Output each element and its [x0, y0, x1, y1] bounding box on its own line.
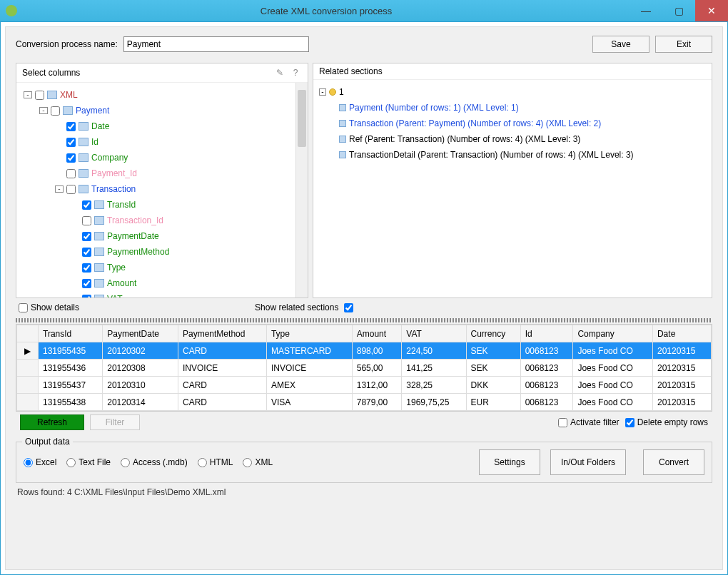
- exit-button[interactable]: Exit: [655, 36, 712, 53]
- tree-scrollbar[interactable]: [295, 83, 308, 297]
- show-related-checkbox[interactable]: [344, 303, 353, 312]
- column-tree[interactable]: -XML-PaymentDateIdCompanyPayment_Id-Tran…: [19, 87, 305, 297]
- radio-html[interactable]: HTML: [198, 457, 233, 467]
- refresh-button[interactable]: Refresh: [20, 414, 84, 430]
- activate-filter-checkbox[interactable]: [558, 418, 567, 427]
- delete-empty-checkbox[interactable]: [625, 418, 635, 427]
- tree-node[interactable]: Transaction_Id: [19, 213, 305, 228]
- tree-node-checkbox[interactable]: [82, 263, 91, 273]
- tree-node[interactable]: Payment_Id: [19, 166, 305, 181]
- table-cell[interactable]: Joes Food CO: [573, 377, 653, 394]
- table-cell[interactable]: AMEX: [266, 377, 352, 394]
- radio-excel[interactable]: Excel: [24, 457, 56, 467]
- maximize-button[interactable]: ▢: [662, 0, 695, 21]
- table-cell[interactable]: Joes Food CO: [573, 360, 653, 377]
- table-cell[interactable]: 141,25: [402, 360, 466, 377]
- table-cell[interactable]: INVOICE: [178, 360, 267, 377]
- table-cell[interactable]: 20120314: [103, 394, 178, 411]
- table-row[interactable]: 13195543720120310CARDAMEX1312,00328,25DK…: [17, 377, 712, 394]
- column-header[interactable]: PaymentMethod: [178, 325, 267, 342]
- table-cell[interactable]: 1312,00: [352, 377, 402, 394]
- save-button[interactable]: Save: [592, 36, 649, 53]
- tree-node[interactable]: Type: [19, 260, 305, 275]
- table-cell[interactable]: 0068123: [520, 394, 573, 411]
- tree-node-checkbox[interactable]: [82, 279, 91, 288]
- activate-filter-row[interactable]: Activate filter: [558, 417, 620, 427]
- tree-node-checkbox[interactable]: [82, 232, 91, 241]
- table-cell[interactable]: 131955438: [39, 394, 103, 411]
- inout-folders-button[interactable]: In/Out Folders: [550, 449, 626, 475]
- tree-node-checkbox[interactable]: [82, 248, 91, 257]
- row-header[interactable]: ▶: [17, 342, 39, 360]
- table-cell[interactable]: EUR: [466, 394, 520, 411]
- table-cell[interactable]: 0068123: [520, 342, 573, 360]
- table-cell[interactable]: INVOICE: [266, 360, 352, 377]
- horizontal-splitter[interactable]: [16, 318, 712, 322]
- table-cell[interactable]: 898,00: [352, 342, 402, 360]
- radio-excel-input[interactable]: [24, 458, 33, 467]
- tree-node-checkbox[interactable]: [35, 91, 44, 100]
- tree-node[interactable]: PaymentDate: [19, 228, 305, 244]
- tree-node-checkbox[interactable]: [82, 216, 91, 225]
- tree-node-checkbox[interactable]: [66, 169, 76, 178]
- settings-button[interactable]: Settings: [479, 449, 540, 475]
- table-cell[interactable]: CARD: [178, 342, 267, 360]
- tree-node-checkbox[interactable]: [82, 200, 91, 210]
- table-row[interactable]: ▶13195543520120302CARDMASTERCARD898,0022…: [17, 342, 712, 360]
- related-item[interactable]: Transaction (Parent: Payment) (Number of…: [319, 116, 706, 131]
- data-table[interactable]: TransIdPaymentDatePaymentMethodTypeAmoun…: [16, 325, 712, 411]
- tree-expand-icon[interactable]: -: [39, 107, 48, 114]
- wand-icon[interactable]: ✎: [273, 66, 286, 79]
- related-tree[interactable]: -1Payment (Number of rows: 1) (XML Level…: [313, 80, 712, 297]
- tree-node[interactable]: -XML: [19, 87, 305, 103]
- show-details-checkbox-row[interactable]: Show details: [19, 302, 79, 312]
- table-cell[interactable]: 20120302: [103, 342, 178, 360]
- column-header[interactable]: Company: [573, 325, 653, 342]
- tree-node[interactable]: -Payment: [19, 103, 305, 118]
- table-cell[interactable]: DKK: [466, 377, 520, 394]
- row-header[interactable]: [17, 377, 39, 394]
- table-cell[interactable]: Joes Food CO: [573, 394, 653, 411]
- table-cell[interactable]: MASTERCARD: [266, 342, 352, 360]
- process-name-input[interactable]: [123, 36, 309, 52]
- tree-node-checkbox[interactable]: [66, 185, 76, 194]
- table-cell[interactable]: 565,00: [352, 360, 402, 377]
- table-cell[interactable]: 20120315: [652, 394, 711, 411]
- table-cell[interactable]: SEK: [466, 342, 520, 360]
- tree-node[interactable]: Date: [19, 118, 305, 134]
- related-item[interactable]: TransactionDetail (Parent: Transaction) …: [319, 147, 706, 163]
- table-cell[interactable]: SEK: [466, 360, 520, 377]
- table-cell[interactable]: 224,50: [402, 342, 466, 360]
- table-cell[interactable]: 20120315: [652, 360, 711, 377]
- tree-node[interactable]: Id: [19, 134, 305, 150]
- table-cell[interactable]: 131955437: [39, 377, 103, 394]
- tree-node[interactable]: Amount: [19, 275, 305, 291]
- radio-text-input[interactable]: [66, 458, 76, 467]
- filter-button[interactable]: Filter: [90, 414, 140, 430]
- table-row[interactable]: 13195543820120314CARDVISA7879,001969,75,…: [17, 394, 712, 411]
- show-details-checkbox[interactable]: [19, 303, 28, 312]
- tree-node[interactable]: TransId: [19, 197, 305, 213]
- radio-xml-input[interactable]: [243, 458, 252, 467]
- radio-xml[interactable]: XML: [243, 457, 273, 467]
- row-header[interactable]: [17, 360, 39, 377]
- table-cell[interactable]: Joes Food CO: [573, 342, 653, 360]
- related-item[interactable]: Ref (Parent: Transaction) (Number of row…: [319, 131, 706, 147]
- convert-button[interactable]: Convert: [643, 449, 704, 475]
- column-header[interactable]: TransId: [39, 325, 103, 342]
- table-cell[interactable]: 20120315: [652, 377, 711, 394]
- related-item[interactable]: Payment (Number of rows: 1) (XML Level: …: [319, 100, 706, 116]
- table-cell[interactable]: 1969,75,25: [402, 394, 466, 411]
- close-button[interactable]: ✕: [695, 0, 728, 21]
- column-header[interactable]: Id: [520, 325, 573, 342]
- tree-expand-icon[interactable]: -: [319, 88, 326, 96]
- table-cell[interactable]: CARD: [178, 377, 267, 394]
- column-header[interactable]: Date: [652, 325, 711, 342]
- radio-text[interactable]: Text File: [66, 457, 111, 467]
- tree-node-checkbox[interactable]: [66, 122, 76, 131]
- radio-access[interactable]: Access (.mdb): [121, 457, 188, 467]
- table-cell[interactable]: 131955436: [39, 360, 103, 377]
- column-header[interactable]: PaymentDate: [103, 325, 178, 342]
- delete-empty-row[interactable]: Delete empty rows: [625, 417, 708, 427]
- radio-access-input[interactable]: [121, 458, 130, 467]
